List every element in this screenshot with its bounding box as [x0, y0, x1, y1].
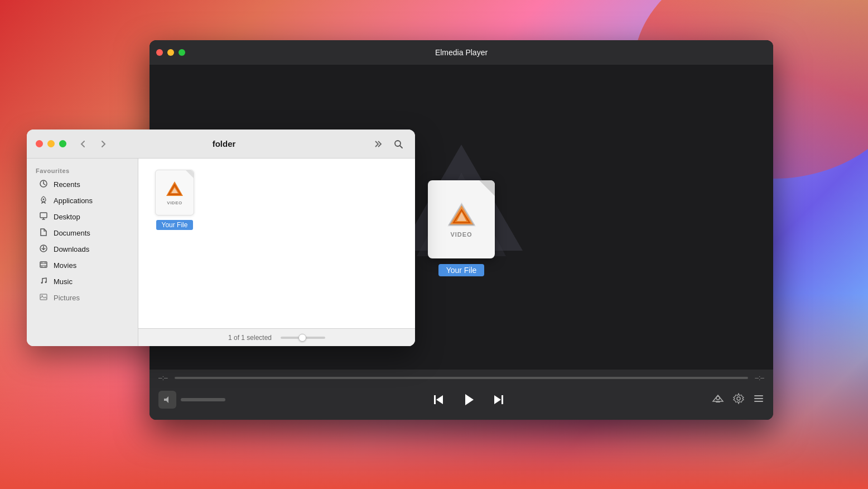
desktop-icon: [39, 212, 48, 222]
sidebar-item-downloads[interactable]: Downloads: [30, 241, 134, 257]
chevron-right-icon: [99, 140, 107, 148]
note-icon: [40, 277, 47, 285]
player-maximize-button[interactable]: [179, 49, 185, 56]
finder-body: Favourites Recents: [27, 159, 415, 346]
next-icon: [492, 394, 504, 406]
finder-toolbar-right: [370, 136, 406, 152]
double-chevron-icon: [374, 140, 383, 148]
sidebar-item-recents[interactable]: Recents: [30, 176, 134, 193]
player-minimize-button[interactable]: [167, 49, 174, 56]
movies-icon: [39, 261, 48, 270]
svg-rect-17: [716, 401, 720, 402]
volume-slider[interactable]: [181, 398, 225, 401]
player-controls: –:– –:–: [150, 370, 773, 420]
sidebar-item-desktop[interactable]: Desktop: [30, 209, 134, 225]
svg-point-19: [737, 397, 740, 400]
time-start: –:–: [158, 374, 168, 382]
finder-folder-name: folder: [115, 139, 332, 148]
finder-sidebar: Favourites Recents: [27, 159, 138, 346]
finder-titlebar: folder: [27, 130, 415, 159]
right-controls: [712, 392, 764, 408]
sidebar-item-music[interactable]: Music: [30, 274, 134, 290]
previous-button[interactable]: [433, 394, 445, 406]
sidebar-item-applications[interactable]: Applications: [30, 193, 134, 209]
elmedia-logo-large: [446, 201, 477, 229]
icon-size-slider[interactable]: [281, 337, 325, 339]
finder-view-more-button[interactable]: [370, 136, 386, 152]
player-close-button[interactable]: [156, 49, 163, 56]
player-traffic-lights: [156, 49, 185, 56]
finder-back-button[interactable]: [75, 136, 91, 152]
settings-button[interactable]: [733, 393, 744, 407]
file-item[interactable]: VIDEO Your File: [150, 170, 200, 230]
sidebar-item-applications-label: Applications: [54, 196, 93, 205]
rocket-icon: [40, 196, 47, 204]
sidebar-item-downloads-label: Downloads: [54, 245, 89, 253]
play-icon: [461, 392, 476, 407]
finder-search-button[interactable]: [390, 136, 406, 152]
status-text: 1 of 1 selected: [228, 334, 272, 342]
sidebar-item-movies[interactable]: Movies: [30, 257, 134, 274]
finder-forward-button[interactable]: [95, 136, 111, 152]
film-icon: [40, 261, 47, 269]
svg-rect-11: [434, 395, 436, 404]
volume-icon: [163, 396, 171, 404]
chevron-left-icon: [79, 140, 87, 148]
file-name-label: Your File: [156, 220, 194, 230]
svg-marker-12: [436, 395, 443, 404]
svg-rect-20: [754, 395, 763, 396]
airplay-icon: [712, 392, 724, 405]
svg-rect-31: [40, 262, 47, 267]
airplay-button[interactable]: [712, 392, 724, 408]
finder-statusbar: 1 of 1 selected: [138, 328, 415, 346]
svg-line-24: [400, 146, 402, 148]
player-title: Elmedia Player: [435, 48, 488, 57]
player-file-name: Your File: [438, 264, 485, 276]
playlist-button[interactable]: [753, 393, 764, 407]
photo-icon: [40, 293, 47, 301]
svg-rect-27: [40, 213, 47, 218]
pictures-icon: [39, 293, 48, 303]
sidebar-item-music-label: Music: [54, 277, 73, 286]
previous-icon: [433, 394, 445, 406]
monitor-icon: [40, 212, 47, 220]
applications-icon: [39, 196, 48, 205]
svg-rect-21: [754, 398, 763, 399]
svg-point-39: [45, 281, 47, 283]
svg-marker-10: [164, 396, 168, 403]
finder-content: VIDEO Your File 1 of 1 selected: [138, 159, 415, 346]
documents-icon: [39, 228, 48, 238]
svg-point-18: [716, 396, 720, 400]
svg-point-26: [43, 199, 45, 200]
slider-track: [281, 337, 325, 339]
player-titlebar: Elmedia Player: [150, 40, 773, 65]
svg-marker-13: [465, 394, 474, 405]
file-doc-icon: VIDEO: [155, 170, 194, 215]
downloads-icon: [39, 244, 48, 254]
playback-controls: [433, 387, 504, 412]
sidebar-item-movies-label: Movies: [54, 261, 76, 270]
svg-point-38: [41, 282, 43, 284]
search-icon: [394, 140, 403, 148]
time-end: –:–: [755, 374, 764, 382]
sidebar-item-documents[interactable]: Documents: [30, 225, 134, 241]
progress-track[interactable]: [175, 377, 749, 379]
finder-close-button[interactable]: [36, 140, 43, 147]
player-video-label: VIDEO: [450, 231, 472, 238]
sidebar-item-desktop-label: Desktop: [54, 213, 80, 221]
play-button[interactable]: [456, 387, 481, 412]
finder-minimize-button[interactable]: [47, 140, 55, 147]
playlist-icon: [753, 393, 764, 404]
sidebar-item-recents-label: Recents: [54, 180, 80, 189]
download-icon: [40, 244, 47, 252]
volume-button[interactable]: [158, 391, 176, 409]
recents-icon: [39, 180, 48, 189]
finder-window: folder Favourites: [27, 130, 415, 346]
next-button[interactable]: [492, 394, 504, 406]
finder-files: VIDEO Your File: [138, 159, 415, 328]
svg-rect-14: [501, 395, 503, 404]
finder-maximize-button[interactable]: [59, 140, 66, 147]
finder-traffic-lights: [36, 140, 66, 147]
sidebar-item-pictures[interactable]: Pictures: [30, 290, 134, 306]
sidebar-section-label: Favourites: [27, 165, 138, 176]
